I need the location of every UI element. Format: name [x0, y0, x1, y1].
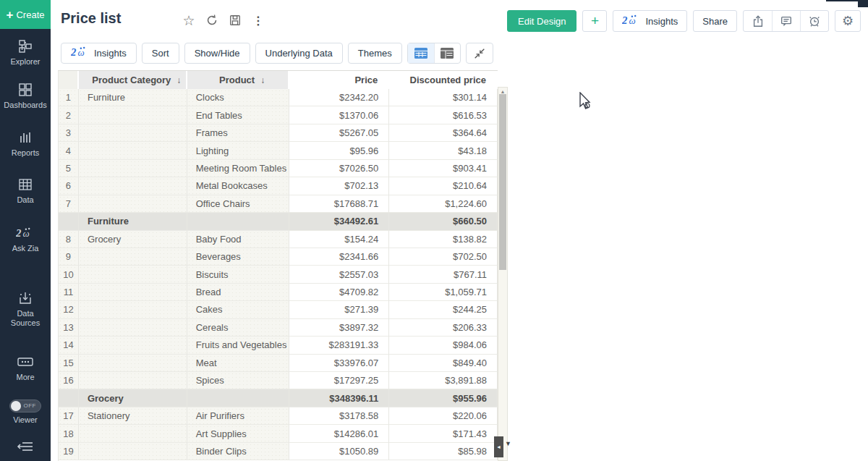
category-cell: [79, 372, 187, 389]
zia-icon: 2 ω: [622, 14, 641, 29]
insights-button[interactable]: 2 ω Insights: [613, 10, 687, 32]
price-cell: $3178.58: [289, 407, 389, 425]
svg-text:ω: ω: [23, 228, 30, 239]
table-row: 4 Lighting $95.96 $43.18: [59, 142, 498, 159]
discounted-price-cell: $1,059.71: [389, 284, 498, 301]
row-number-cell: 10: [59, 266, 79, 283]
sidebar-item-more[interactable]: More: [0, 353, 51, 382]
row-number-header: [59, 71, 79, 89]
discounted-price-cell: $301.14: [389, 89, 498, 106]
top-bar: Price list ☆ ⋮ Edit Design + 2: [51, 0, 868, 40]
price-cell: $7026.50: [289, 160, 389, 177]
row-number-cell: 16: [59, 372, 79, 389]
discounted-price-cell: $43.18: [389, 142, 498, 159]
table-view-dark-icon[interactable]: [434, 43, 460, 63]
category-cell: [79, 355, 187, 372]
subtotal-row: Grocery $348396.11 $955.96: [59, 389, 498, 407]
app-window: + Create Explorer Dashboards Reports Dat…: [0, 0, 868, 461]
sidebar-item-data-sources[interactable]: Data Sources: [0, 289, 51, 328]
table-view-blue-icon[interactable]: [408, 43, 434, 63]
price-cell: $271.39: [289, 301, 389, 318]
row-number-cell: 9: [59, 248, 79, 266]
category-cell: [79, 301, 187, 318]
data-sources-icon: [0, 289, 51, 307]
row-number-cell: 7: [59, 195, 79, 213]
viewer-toggle[interactable]: OFF: [9, 399, 41, 413]
product-cell: [187, 389, 290, 407]
table-row: 7 Office Chairs $17688.71 $1,224.60: [59, 195, 498, 213]
kebab-menu-icon[interactable]: ⋮: [250, 12, 266, 28]
discounted-price-cell: $616.53: [389, 106, 498, 124]
sidebar-item-reports[interactable]: Reports: [0, 129, 51, 158]
product-cell: Spices: [187, 372, 290, 389]
column-header-product-category[interactable]: Product Category↓: [79, 71, 187, 89]
sidebar-item-dashboards[interactable]: Dashboards: [0, 81, 51, 110]
table-header-row: Product Category↓Product↓PriceDiscounted…: [59, 71, 498, 89]
discounted-price-cell: $955.96: [389, 389, 498, 407]
row-number-cell: 4: [59, 142, 79, 159]
category-cell: Grocery: [79, 389, 187, 407]
product-cell: [187, 213, 290, 230]
explorer-icon: [0, 38, 51, 55]
price-cell: $5267.05: [289, 124, 389, 142]
top-corner-decoration: [858, 0, 868, 7]
share-button[interactable]: Share: [693, 10, 737, 32]
product-cell: Biscuits: [187, 266, 290, 283]
toolbar-button-themes[interactable]: Themes: [348, 43, 402, 64]
export-icon[interactable]: [744, 11, 772, 31]
save-icon[interactable]: [227, 12, 243, 28]
sidebar-item-explorer[interactable]: Explorer: [0, 38, 51, 67]
sidebar-item-data[interactable]: Data: [0, 176, 51, 205]
scroll-down-icon[interactable]: ▼: [505, 440, 511, 447]
alarm-icon[interactable]: [800, 11, 828, 31]
favorite-star-icon[interactable]: ☆: [181, 12, 197, 28]
table-row: 10 Biscuits $2557.03 $767.11: [59, 266, 498, 283]
column-header-product[interactable]: Product↓: [187, 71, 290, 89]
row-number-cell: 13: [59, 319, 79, 337]
category-cell: Grocery: [79, 231, 187, 248]
price-cell: $33976.07: [289, 355, 389, 372]
product-cell: Binder Clips: [187, 443, 290, 460]
product-cell: Bread: [187, 284, 290, 301]
sidebar-collapse-button[interactable]: [0, 440, 51, 456]
comment-icon[interactable]: [772, 11, 800, 31]
reports-icon: [0, 129, 51, 146]
zia-icon: 2 ω: [71, 45, 90, 62]
toolbar-button-underlying-data[interactable]: Underlying Data: [255, 43, 343, 64]
category-cell: [79, 124, 187, 142]
scroll-corner-handle[interactable]: ◄: [494, 436, 503, 457]
price-cell: $17297.25: [289, 372, 389, 389]
category-cell: [79, 106, 187, 124]
row-number-cell: 17: [59, 407, 79, 425]
sidebar-item-ask-zia[interactable]: 2 ω Ask Zia: [0, 224, 51, 253]
column-header-price[interactable]: Price: [289, 71, 389, 89]
toolbar-button-sort[interactable]: Sort: [142, 43, 179, 64]
row-number-cell: 3: [59, 124, 79, 142]
create-button[interactable]: + Create: [0, 0, 51, 29]
product-cell: Lighting: [187, 142, 290, 159]
zia-icon: 2 ω: [0, 224, 51, 242]
gear-icon[interactable]: ⚙: [835, 10, 861, 32]
column-header-discounted-price[interactable]: Discounted price: [389, 71, 498, 89]
table-row: 8 Grocery Baby Food $154.24 $138.82: [59, 231, 498, 248]
insights-button-label: Insights: [645, 16, 678, 27]
row-number-cell: 6: [59, 177, 79, 195]
toolbar-button-insights[interactable]: 2 ωInsights: [61, 43, 137, 64]
sort-desc-icon: ↓: [176, 75, 181, 85]
toolbar-button-show-hide[interactable]: Show/Hide: [184, 43, 250, 64]
edit-design-button[interactable]: Edit Design: [507, 10, 576, 32]
scrollbar-thumb[interactable]: [499, 94, 506, 270]
compress-icon[interactable]: [467, 43, 493, 63]
category-cell: [79, 160, 187, 177]
discounted-price-cell: $660.50: [389, 213, 498, 230]
table-row: 14 Fruits and Vegetables $283191.33 $984…: [59, 337, 498, 354]
discounted-price-cell: $171.43: [389, 425, 498, 442]
category-cell: [79, 443, 187, 460]
refresh-icon[interactable]: [204, 12, 220, 28]
vertical-scrollbar[interactable]: ▲: [498, 87, 508, 461]
table-row: 15 Meat $33976.07 $849.40: [59, 355, 498, 372]
price-cell: $2557.03: [289, 266, 389, 283]
add-button[interactable]: +: [582, 10, 607, 32]
row-number-cell: 11: [59, 284, 79, 301]
price-cell: $348396.11: [289, 389, 389, 407]
